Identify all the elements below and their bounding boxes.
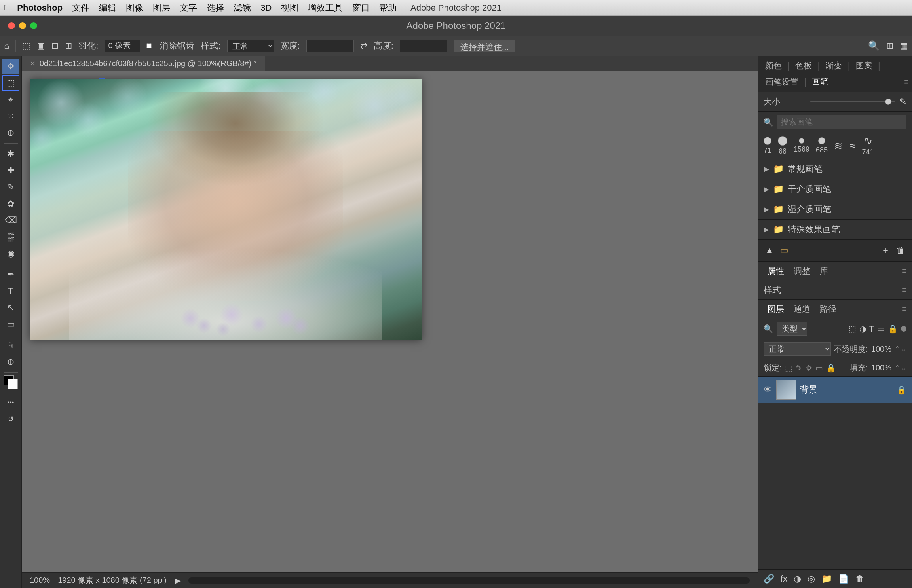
brush-preset-1[interactable]: 71 <box>764 137 771 155</box>
tool-type[interactable]: T <box>2 283 19 299</box>
new-group-icon[interactable]: 📁 <box>821 574 832 584</box>
select-mask-button[interactable]: 选择并遮住... <box>454 40 516 52</box>
filter-type-select[interactable]: 类型 <box>777 322 808 336</box>
tab-properties[interactable]: 属性 <box>764 264 788 278</box>
tab-layers[interactable]: 图层 <box>764 302 788 316</box>
tool-heal[interactable]: ✚ <box>2 163 19 178</box>
adjustment-icon[interactable]: ◎ <box>808 574 815 584</box>
zoom-toggle-icon[interactable]: ⊞ <box>886 41 893 51</box>
filter-smart-icon[interactable]: 🔒 <box>888 324 898 334</box>
tool-extra[interactable]: ↺ <box>2 411 19 427</box>
canvas-wrapper[interactable] <box>22 71 758 572</box>
tool-move[interactable]: ✥ <box>2 59 19 74</box>
tool-lasso[interactable]: ⌖ <box>2 92 19 108</box>
fill-stepper[interactable]: ⌃⌄ <box>895 364 906 372</box>
brush-size-thumb[interactable] <box>885 99 891 105</box>
swap-icon[interactable]: ⇄ <box>360 41 367 51</box>
close-button[interactable] <box>8 22 15 29</box>
brush-edit-icon[interactable]: ✎ <box>899 97 906 107</box>
brush-cat-dry[interactable]: ▶ 📁 干介质画笔 <box>758 179 912 199</box>
layer-visibility-icon[interactable]: 👁 <box>764 385 772 395</box>
menu-3d[interactable]: 3D <box>256 3 276 13</box>
status-expand-icon[interactable]: ▶ <box>175 576 180 585</box>
tool-brush[interactable]: ✎ <box>2 179 19 195</box>
color-swatch[interactable] <box>4 375 18 389</box>
brush-search-input[interactable] <box>777 115 906 129</box>
tab-patterns[interactable]: 图案 <box>852 59 876 73</box>
tool-crop[interactable]: ⊕ <box>2 125 19 141</box>
minimize-button[interactable] <box>19 22 26 29</box>
brush-preset-4[interactable]: 685 <box>816 137 828 154</box>
tool-eraser[interactable]: ⌫ <box>2 212 19 228</box>
brush-cat-wet[interactable]: ▶ 📁 湿介质画笔 <box>758 199 912 220</box>
tab-swatches[interactable]: 色板 <box>791 59 816 73</box>
tab-close-icon[interactable]: ✕ <box>30 59 36 68</box>
layers-menu-icon[interactable]: ≡ <box>902 305 906 314</box>
brush-cat-special[interactable]: ▶ 📁 特殊效果画笔 <box>758 220 912 240</box>
menu-text[interactable]: 文字 <box>175 2 202 14</box>
menu-layer[interactable]: 图层 <box>148 2 175 14</box>
brush-tool-new[interactable]: ＋ <box>880 243 891 258</box>
height-input[interactable] <box>400 40 447 52</box>
panel-menu-icon[interactable]: ≡ <box>904 78 909 87</box>
blend-mode-select[interactable]: 正常 溶解 正片叠底 <box>764 342 831 356</box>
opacity-stepper[interactable]: ⌃⌄ <box>895 345 906 353</box>
menu-file[interactable]: 文件 <box>67 2 94 14</box>
brush-tool-folder-icon[interactable]: ▭ <box>779 244 790 257</box>
fx-icon[interactable]: fx <box>781 574 787 584</box>
props-menu-icon[interactable]: ≡ <box>902 267 906 276</box>
maximize-button[interactable] <box>30 22 37 29</box>
tab-channels[interactable]: 通道 <box>790 302 814 316</box>
menu-filter[interactable]: 滤镜 <box>229 2 256 14</box>
select-rect-icon[interactable]: ⬚ <box>22 41 30 51</box>
tool-rect-select[interactable]: ⬚ <box>2 75 19 91</box>
tool-clone[interactable]: ✿ <box>2 196 19 212</box>
filter-pixel-icon[interactable]: ⬚ <box>849 324 856 334</box>
new-layer-icon[interactable]: 📄 <box>838 574 849 584</box>
brush-cat-regular[interactable]: ▶ 📁 常规画笔 <box>758 159 912 179</box>
tab-brush[interactable]: 画笔 <box>808 74 832 89</box>
menu-view[interactable]: 视图 <box>276 2 303 14</box>
tab-libraries[interactable]: 库 <box>816 264 832 278</box>
lock-brush-icon[interactable]: ✎ <box>796 363 802 373</box>
lock-artboard-icon[interactable]: ▭ <box>815 363 823 373</box>
apple-menu[interactable]:  <box>4 3 7 12</box>
style-select[interactable]: 正常 固定比例 固定大小 <box>227 40 274 52</box>
menu-edit[interactable]: 编辑 <box>94 2 121 14</box>
tool-path-select[interactable]: ↖ <box>2 300 19 316</box>
brush-preset-5[interactable]: ≋ <box>834 140 843 152</box>
tool-quick-select[interactable]: ⁙ <box>2 108 19 124</box>
tool-shape[interactable]: ▭ <box>2 317 19 332</box>
tab-adjustments[interactable]: 调整 <box>790 264 814 278</box>
tool-gradient[interactable]: ▒ <box>2 229 19 245</box>
filter-type-icon[interactable]: T <box>869 324 874 334</box>
antialias-checkbox[interactable] <box>146 43 152 48</box>
tool-eyedropper[interactable]: ✱ <box>2 146 19 162</box>
menu-photoshop[interactable]: Photoshop <box>12 3 67 13</box>
background-color[interactable] <box>8 379 18 389</box>
layer-background[interactable]: 👁 背景 🔒 <box>758 377 912 403</box>
tool-hand[interactable]: ☟ <box>2 338 19 353</box>
home-icon[interactable]: ⌂ <box>4 41 9 51</box>
tool-more[interactable]: ••• <box>2 395 19 410</box>
canvas-image[interactable] <box>30 79 422 340</box>
brush-preset-7[interactable]: ∿ 741 <box>862 135 874 156</box>
style-menu-icon[interactable]: ≡ <box>902 286 906 295</box>
brush-tool-triangle[interactable]: ▲ <box>764 244 775 257</box>
arrange-icon[interactable]: ▦ <box>900 41 908 51</box>
tab-gradients[interactable]: 渐变 <box>821 59 846 73</box>
filter-shape-icon[interactable]: ▭ <box>877 324 885 334</box>
brush-preset-6[interactable]: ≈ <box>849 140 855 152</box>
menu-help[interactable]: 帮助 <box>374 2 401 14</box>
brush-tool-delete[interactable]: 🗑 <box>895 244 906 257</box>
document-tab[interactable]: ✕ 0d21f1ec128554b67cf03f87b561c255.jpg @… <box>22 56 265 71</box>
add-mask-icon[interactable]: ◑ <box>794 574 801 584</box>
width-input[interactable] <box>306 40 354 52</box>
menu-plugins[interactable]: 增效工具 <box>303 2 348 14</box>
search-icon[interactable]: 🔍 <box>868 40 880 51</box>
lock-move-icon[interactable]: ✥ <box>806 363 812 373</box>
scroll-bar[interactable] <box>188 577 750 584</box>
delete-layer-icon[interactable]: 🗑 <box>855 574 864 584</box>
lock-pixels-icon[interactable]: ⬚ <box>785 363 792 373</box>
menu-window[interactable]: 窗口 <box>348 2 374 14</box>
